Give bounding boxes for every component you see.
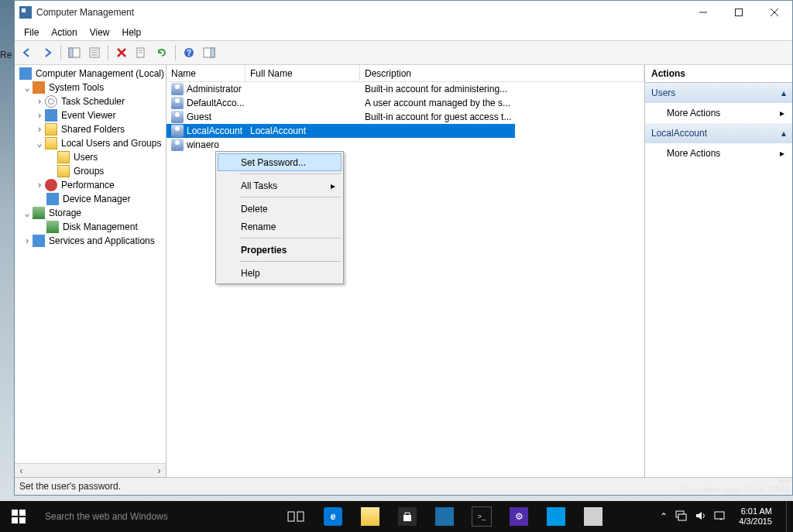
menu-delete[interactable]: Delete bbox=[218, 200, 342, 218]
expand-icon[interactable]: › bbox=[35, 180, 44, 190]
collapse-icon[interactable]: ⌄ bbox=[35, 138, 44, 149]
collapse-icon[interactable]: ⌄ bbox=[22, 208, 32, 218]
user-row[interactable]: winaero bbox=[166, 138, 644, 152]
taskbar-clock[interactable]: 6:01 AM 4/3/2015 bbox=[733, 506, 778, 527]
refresh-button[interactable] bbox=[153, 43, 171, 62]
expand-icon[interactable]: › bbox=[22, 235, 32, 246]
app-button[interactable] bbox=[426, 501, 463, 532]
menu-view[interactable]: View bbox=[84, 26, 116, 39]
titlebar[interactable]: Computer Management bbox=[15, 1, 792, 24]
user-row[interactable]: DefaultAcco... A user account managed by… bbox=[166, 96, 644, 110]
tree-system-tools[interactable]: System Tools bbox=[47, 82, 105, 93]
explorer-button[interactable] bbox=[352, 501, 389, 532]
computer-management-window: Computer Management File Action View Hel… bbox=[14, 0, 793, 496]
menu-help[interactable]: Help bbox=[218, 264, 342, 282]
column-fullname[interactable]: Full Name bbox=[245, 65, 360, 82]
tree-services-apps[interactable]: Services and Applications bbox=[47, 235, 156, 246]
task-view-button[interactable] bbox=[277, 501, 314, 532]
taskbar-apps: e >_ ⚙ bbox=[277, 501, 612, 532]
user-row[interactable]: Administrator Built-in account for admin… bbox=[166, 82, 644, 96]
minimize-button[interactable] bbox=[685, 1, 721, 24]
expand-icon[interactable]: ⌄ bbox=[22, 82, 32, 93]
user-icon bbox=[171, 83, 184, 95]
menu-rename[interactable]: Rename bbox=[218, 218, 342, 235]
actions-group-users[interactable]: Users ▴ bbox=[645, 83, 792, 103]
menu-set-password[interactable]: Set Password... bbox=[218, 153, 342, 171]
back-button[interactable] bbox=[18, 43, 36, 62]
forward-button[interactable] bbox=[38, 43, 57, 62]
expand-icon[interactable]: › bbox=[35, 124, 44, 135]
svg-rect-27 bbox=[678, 514, 686, 520]
tree-storage[interactable]: Storage bbox=[47, 208, 83, 218]
edge-button[interactable]: e bbox=[314, 501, 352, 532]
menu-all-tasks[interactable]: All Tasks▸ bbox=[218, 177, 342, 194]
user-name: Guest bbox=[187, 112, 211, 122]
tree-horizontal-scrollbar[interactable]: ‹ › bbox=[15, 463, 166, 477]
delete-button[interactable] bbox=[112, 43, 131, 62]
folder-icon bbox=[57, 151, 70, 163]
properties-button[interactable] bbox=[85, 43, 104, 62]
background-window-sliver: Re bbox=[0, 23, 14, 496]
computer-icon bbox=[19, 67, 32, 80]
network-icon[interactable] bbox=[675, 510, 688, 523]
user-name: DefaultAcco... bbox=[187, 98, 245, 108]
tree-local-users-groups[interactable]: Local Users and Groups bbox=[60, 138, 163, 149]
tree-shared-folders[interactable]: Shared Folders bbox=[60, 124, 126, 135]
expand-icon[interactable]: › bbox=[35, 96, 44, 107]
user-row-selected[interactable]: LocalAccount LocalAccount bbox=[166, 124, 515, 138]
menu-help[interactable]: Help bbox=[116, 26, 148, 39]
notifications-icon[interactable] bbox=[714, 510, 725, 523]
compmgmt-button[interactable] bbox=[575, 501, 612, 532]
actions-group-localaccount[interactable]: LocalAccount ▴ bbox=[645, 123, 792, 143]
settings-button[interactable]: ⚙ bbox=[500, 501, 537, 532]
folder-icon bbox=[45, 123, 57, 136]
console-tree[interactable]: Computer Management (Local) ⌄System Tool… bbox=[15, 65, 166, 463]
scroll-right-icon[interactable]: › bbox=[153, 464, 166, 477]
actions-more-users[interactable]: More Actions ▸ bbox=[645, 103, 792, 123]
user-fullname bbox=[245, 96, 360, 110]
user-fullname bbox=[245, 82, 360, 96]
user-fullname: LocalAccount bbox=[245, 124, 360, 138]
tree-event-viewer[interactable]: Event Viewer bbox=[60, 110, 117, 121]
tree-groups[interactable]: Groups bbox=[72, 166, 105, 177]
start-button[interactable] bbox=[0, 501, 37, 532]
app-button[interactable] bbox=[537, 501, 575, 532]
help-button[interactable]: ? bbox=[180, 43, 198, 62]
menu-separator bbox=[239, 197, 341, 197]
close-button[interactable] bbox=[757, 1, 792, 24]
taskbar-search[interactable]: Search the web and Windows bbox=[37, 501, 277, 532]
scroll-left-icon[interactable]: ‹ bbox=[15, 464, 28, 477]
show-desktop-button[interactable] bbox=[786, 501, 791, 532]
tree-disk-management[interactable]: Disk Management bbox=[61, 221, 139, 232]
menu-file[interactable]: File bbox=[18, 26, 45, 39]
tree-device-manager[interactable]: Device Manager bbox=[61, 194, 132, 204]
tree-task-scheduler[interactable]: Task Scheduler bbox=[60, 96, 126, 107]
tree-performance[interactable]: Performance bbox=[60, 180, 116, 190]
cmd-button[interactable]: >_ bbox=[463, 501, 500, 532]
list-header: Name Full Name Description bbox=[166, 65, 644, 82]
menu-properties[interactable]: Properties bbox=[218, 241, 342, 259]
tree-root[interactable]: Computer Management (Local) bbox=[34, 68, 166, 79]
export-list-button[interactable] bbox=[132, 43, 151, 62]
tray-overflow-icon[interactable]: ⌃ bbox=[660, 511, 668, 522]
actions-more-localaccount[interactable]: More Actions ▸ bbox=[645, 143, 792, 163]
menu-action[interactable]: Action bbox=[45, 26, 83, 39]
tree-users[interactable]: Users bbox=[72, 152, 99, 163]
column-name[interactable]: Name bbox=[166, 65, 245, 82]
action-pane-toggle[interactable] bbox=[200, 43, 218, 62]
maximize-button[interactable] bbox=[721, 1, 757, 24]
expand-icon[interactable]: › bbox=[35, 110, 44, 121]
app-icon bbox=[19, 6, 32, 19]
volume-icon[interactable] bbox=[695, 510, 706, 523]
list-body[interactable]: Administrator Built-in account for admin… bbox=[166, 82, 644, 477]
show-hide-tree-button[interactable] bbox=[65, 43, 84, 62]
context-menu: Set Password... All Tasks▸ Delete Rename… bbox=[215, 151, 344, 284]
user-icon bbox=[171, 125, 184, 137]
store-button[interactable] bbox=[389, 501, 426, 532]
user-row[interactable]: Guest Built-in account for guest access … bbox=[166, 110, 644, 124]
tree-pane: Computer Management (Local) ⌄System Tool… bbox=[15, 65, 166, 477]
column-description[interactable]: Description bbox=[360, 65, 644, 82]
disk-icon bbox=[46, 221, 59, 233]
svg-text:?: ? bbox=[187, 49, 191, 57]
svg-rect-22 bbox=[19, 517, 26, 523]
